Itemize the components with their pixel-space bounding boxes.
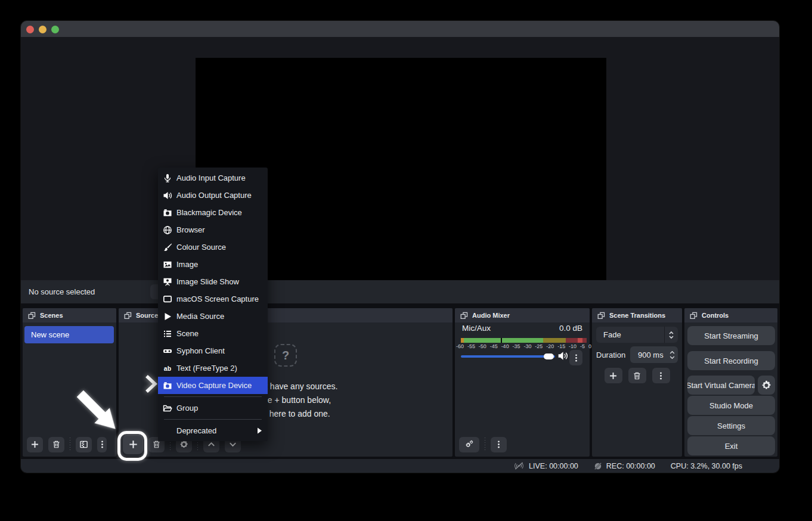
- kebab-icon: [494, 440, 503, 449]
- trash-button[interactable]: [48, 437, 64, 452]
- controls-panel-header[interactable]: Controls: [684, 308, 777, 322]
- mixer-channel-name: Mic/Aux: [462, 324, 491, 333]
- minimize-window-button[interactable]: [39, 26, 47, 33]
- audio-mixer-panel-header[interactable]: Audio Mixer: [455, 308, 590, 322]
- menu-item-label: Browser: [176, 225, 205, 234]
- camera-icon: [163, 208, 172, 218]
- menu-separator: [164, 396, 262, 397]
- kebab-button[interactable]: [97, 437, 107, 452]
- meter-tick-label: -50: [479, 343, 486, 349]
- controls-panel-title: Controls: [702, 312, 729, 319]
- volume-slider-handle[interactable]: [544, 353, 554, 359]
- meter-tick-label: -40: [501, 343, 509, 349]
- scenes-panel-header[interactable]: Scenes: [23, 308, 116, 322]
- panel-icon: [597, 312, 605, 320]
- trash-button[interactable]: [628, 368, 646, 383]
- gears-button[interactable]: [459, 437, 479, 452]
- menu-item-group[interactable]: Group: [158, 399, 268, 417]
- transition-select[interactable]: Fade: [596, 327, 678, 343]
- panel-icon: [690, 312, 698, 320]
- scene-list-item[interactable]: New scene: [24, 326, 114, 343]
- menu-item-text-freetype-2[interactable]: abText (FreeType 2): [158, 359, 268, 377]
- start-virtual-camera-button[interactable]: Start Virtual Camera: [687, 376, 755, 395]
- scene-transitions-panel: Scene Transitions Fade Duration 900 ms: [592, 308, 682, 457]
- submenu-arrow-icon: [257, 427, 262, 434]
- duration-value: 900 ms: [630, 351, 664, 359]
- menu-item-syphon-client[interactable]: Syphon Client: [158, 342, 268, 359]
- menu-item-deprecated[interactable]: Deprecated: [158, 422, 268, 439]
- meter-tick-label: -45: [490, 343, 498, 349]
- mixer-options-button[interactable]: [569, 350, 582, 365]
- grid-mode-button[interactable]: [76, 437, 92, 452]
- icon-placeholder: [163, 426, 172, 436]
- meter-tick-label: -5: [580, 343, 585, 349]
- trash-icon: [152, 440, 161, 449]
- arrow-down-icon: [228, 440, 237, 449]
- scene-transitions-panel-header[interactable]: Scene Transitions: [592, 308, 682, 322]
- start-recording-button[interactable]: Start Recording: [687, 351, 775, 370]
- speaker-icon[interactable]: [557, 351, 568, 361]
- duration-spinbox[interactable]: 900 ms: [630, 346, 678, 363]
- kebab-button[interactable]: [652, 368, 670, 383]
- meter-tick-label: -55: [467, 343, 475, 349]
- zoom-window-button[interactable]: [51, 26, 59, 33]
- volume-meter: [461, 338, 587, 343]
- obs-window: No source selected Scenes New scene Sour…: [21, 21, 779, 473]
- plus-button[interactable]: [27, 437, 43, 452]
- gears-icon: [465, 440, 474, 449]
- slideshow-icon: [163, 277, 172, 287]
- menu-item-video-capture-device[interactable]: Video Capture Device: [158, 377, 268, 394]
- plus-icon: [30, 440, 39, 449]
- meter-tick-label: -60: [456, 343, 464, 349]
- menu-item-label: Colour Source: [176, 243, 226, 252]
- menu-item-media-source[interactable]: Media Source: [158, 308, 268, 325]
- menu-item-audio-input-capture[interactable]: Audio Input Capture: [158, 169, 268, 187]
- start-streaming-button[interactable]: Start Streaming: [687, 326, 775, 345]
- question-mark-icon: ?: [274, 344, 297, 367]
- meter-tick-label: -35: [513, 343, 520, 349]
- studio-mode-button[interactable]: Studio Mode: [687, 396, 775, 415]
- spin-down-icon[interactable]: [669, 355, 675, 360]
- meter-tick-label: -30: [523, 343, 531, 349]
- updown-chevrons-icon: [665, 330, 678, 340]
- kebab-button[interactable]: [491, 437, 507, 452]
- titlebar[interactable]: [21, 21, 779, 38]
- grid-mode-icon: [79, 440, 88, 449]
- preview-area: [21, 38, 779, 280]
- svg-text:ab: ab: [164, 364, 171, 371]
- settings-button[interactable]: Settings: [687, 416, 775, 435]
- meter-tick-label: -20: [546, 343, 554, 349]
- menu-item-browser[interactable]: Browser: [158, 221, 268, 238]
- globe-icon: [163, 225, 172, 235]
- menu-item-label: Media Source: [176, 312, 224, 321]
- close-window-button[interactable]: [26, 26, 34, 33]
- menu-item-label: Blackmagic Device: [176, 208, 242, 217]
- image-icon: [163, 260, 172, 269]
- arrow-up-icon: [207, 440, 216, 449]
- menu-item-audio-output-capture[interactable]: Audio Output Capture: [158, 187, 268, 204]
- meter-segment: [543, 338, 566, 343]
- spin-up-icon[interactable]: [669, 350, 675, 355]
- annotation-highlight-ring: [117, 431, 147, 461]
- menu-item-blackmagic-device[interactable]: Blackmagic Device: [158, 204, 268, 221]
- plus-button[interactable]: [605, 368, 622, 383]
- menu-item-label: Text (FreeType 2): [176, 364, 237, 373]
- menu-item-image-slide-show[interactable]: Image Slide Show: [158, 273, 268, 290]
- menu-item-image[interactable]: Image: [158, 256, 268, 273]
- scene-item-label: New scene: [31, 330, 69, 339]
- menu-item-label: Group: [176, 404, 198, 413]
- volume-slider[interactable]: [461, 355, 555, 358]
- menu-item-scene[interactable]: Scene: [158, 325, 268, 342]
- meter-segment: [566, 338, 587, 343]
- exit-button[interactable]: Exit: [687, 436, 775, 455]
- menu-item-label: Image: [176, 260, 198, 269]
- rec-status: REC: 00:00:00: [594, 462, 655, 470]
- virtual-camera-settings-button[interactable]: [758, 376, 775, 395]
- menu-item-colour-source[interactable]: Colour Source: [158, 238, 268, 256]
- menu-separator: [164, 419, 262, 420]
- menu-item-label: Syphon Client: [176, 346, 225, 355]
- mixer-level-value: 0.0 dB: [559, 324, 582, 333]
- audio-mixer-panel-title: Audio Mixer: [472, 312, 510, 319]
- annotation-chevron: [143, 373, 159, 395]
- menu-item-macos-screen-capture[interactable]: macOS Screen Capture: [158, 290, 268, 308]
